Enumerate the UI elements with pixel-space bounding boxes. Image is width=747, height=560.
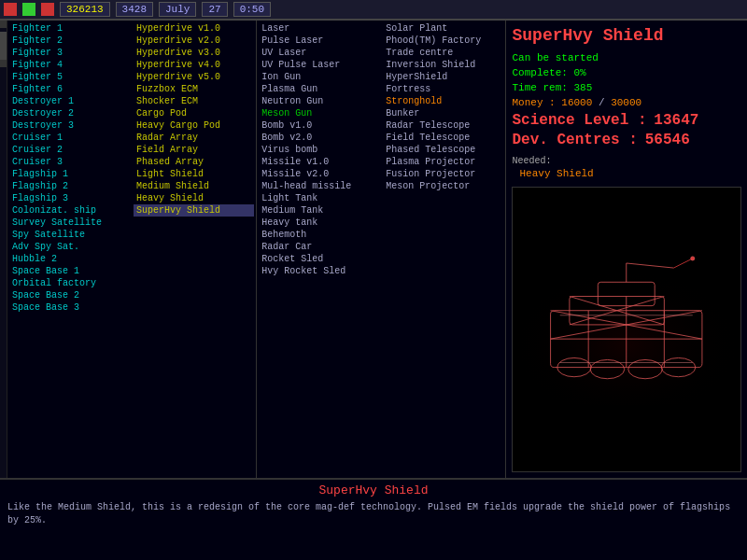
svg-rect-21 <box>513 254 740 405</box>
unit-item[interactable]: Destroyer 1 <box>9 95 130 107</box>
tech-item[interactable]: Heavy tank <box>259 217 379 229</box>
tech-list-panel: LaserPulse LaserUV LaserUV Pulse LaserIo… <box>257 21 506 478</box>
unit-item[interactable]: Space Base 1 <box>9 265 130 277</box>
tech-item[interactable]: Plasma Projector <box>383 156 503 168</box>
tech-item[interactable]: Field Telescope <box>383 132 503 144</box>
unit-item[interactable]: Fuzzbox ECM <box>134 83 254 95</box>
main-area: Fighter 1Fighter 2Fighter 3Fighter 4Figh… <box>0 21 747 478</box>
tech-item[interactable]: Behemoth <box>259 229 379 241</box>
tech-item[interactable]: Radar Telescope <box>383 119 503 132</box>
tech-item[interactable]: Ion Gun <box>259 71 379 83</box>
tech-item[interactable]: Hvy Rocket Sled <box>259 265 379 277</box>
tech-item[interactable]: Bomb v1.0 <box>259 119 379 132</box>
unit-item[interactable]: Destroyer 2 <box>9 107 130 119</box>
unit-item[interactable]: Hubble 2 <box>9 253 130 265</box>
science-row: Science Level : 13647 <box>512 112 741 129</box>
unit-item[interactable]: Radar Array <box>134 132 254 144</box>
info-title: SuperHvy Shield <box>512 26 741 45</box>
time-rem-row: Time rem: 385 <box>512 82 741 93</box>
tech-item[interactable]: Trade centre <box>383 47 503 59</box>
desc-text: Like the Medium Shield, this is a redesi… <box>7 501 740 527</box>
unit-item[interactable]: Fighter 5 <box>9 71 130 83</box>
tech-item[interactable]: Medium Tank <box>259 204 379 217</box>
unit-item[interactable]: Cruiser 1 <box>9 132 130 144</box>
unit-item[interactable]: Cargo Pod <box>134 107 254 119</box>
unit-item[interactable]: Heavy Cargo Pod <box>134 119 254 132</box>
unit-item[interactable]: Space Base 2 <box>9 289 130 301</box>
unit-item[interactable]: Shocker ECM <box>134 95 254 107</box>
tech-item[interactable]: UV Pulse Laser <box>259 59 379 71</box>
unit-item[interactable]: Cruiser 2 <box>9 144 130 156</box>
tech-item[interactable]: Radar Car <box>259 241 379 253</box>
status-icon-red2 <box>41 3 54 16</box>
tech-item[interactable]: Meson Projector <box>383 180 503 192</box>
unit-item[interactable]: Destroyer 3 <box>9 119 130 132</box>
unit-item[interactable]: Fighter 3 <box>9 47 130 59</box>
tech-item[interactable]: Bomb v2.0 <box>259 132 379 144</box>
unit-item[interactable]: Medium Shield <box>134 180 254 192</box>
unit-item[interactable]: SuperHvy Shield <box>134 204 254 217</box>
unit-item[interactable]: Spy Satellite <box>9 229 130 241</box>
tech-item[interactable]: Meson Gun <box>259 107 379 119</box>
unit-item[interactable]: Adv Spy Sat. <box>9 241 130 253</box>
left-scroll-bar[interactable] <box>0 21 7 478</box>
unit-item[interactable]: Hyperdrive v1.0 <box>134 22 254 35</box>
tech-item[interactable]: Plasma Gun <box>259 83 379 95</box>
unit-item[interactable]: Survey Satellite <box>9 217 130 229</box>
unit-item[interactable]: Heavy Shield <box>134 192 254 204</box>
scroll-down-arrow[interactable] <box>0 60 7 67</box>
tech-item[interactable]: Pulse Laser <box>259 35 379 47</box>
unit-item[interactable]: Hyperdrive v5.0 <box>134 71 254 83</box>
unit-item[interactable]: Fighter 4 <box>9 59 130 71</box>
unit-item[interactable]: Orbital factory <box>9 277 130 289</box>
tech-item[interactable]: Phood(TM) Factory <box>383 35 503 47</box>
dev-row: Dev. Centres : 56546 <box>512 132 741 148</box>
money-row: Money : 16000 / 30000 <box>512 97 741 108</box>
tech-col-2: Solar PlantPhood(TM) FactoryTrade centre… <box>381 21 505 478</box>
status-icon-red <box>4 3 17 16</box>
tech-item[interactable]: Mul-head missile <box>259 180 379 192</box>
unit-item[interactable]: Fighter 6 <box>9 83 130 95</box>
dev-value: 56546 <box>645 132 690 148</box>
unit-item[interactable]: Space Base 3 <box>9 301 130 314</box>
tech-item[interactable]: UV Laser <box>259 47 379 59</box>
unit-col-1: Fighter 1Fighter 2Fighter 3Fighter 4Figh… <box>7 21 132 478</box>
unit-item[interactable]: Fighter 1 <box>9 22 130 35</box>
unit-item[interactable]: Field Array <box>134 144 254 156</box>
scroll-thumb[interactable] <box>0 32 7 60</box>
tech-item[interactable]: Fusion Projector <box>383 168 503 180</box>
unit-item[interactable]: Hyperdrive v3.0 <box>134 47 254 59</box>
tech-col-1: LaserPulse LaserUV LaserUV Pulse LaserIo… <box>257 21 381 478</box>
scroll-up-arrow[interactable] <box>0 21 7 28</box>
tech-item[interactable]: Missile v1.0 <box>259 156 379 168</box>
tech-item[interactable]: HyperShield <box>383 71 503 83</box>
tech-item[interactable]: Laser <box>259 22 379 35</box>
tech-item[interactable]: Neutron Gun <box>259 95 379 107</box>
science-value: 13647 <box>654 112 698 129</box>
tech-item[interactable]: Phased Telescope <box>383 144 503 156</box>
unit-item[interactable]: Flagship 3 <box>9 192 130 204</box>
tech-item[interactable]: Solar Plant <box>383 22 503 35</box>
tech-list: LaserPulse LaserUV LaserUV Pulse LaserIo… <box>257 21 505 478</box>
tech-item[interactable]: Rocket Sled <box>259 253 379 265</box>
unit-item[interactable]: Hyperdrive v2.0 <box>134 35 254 47</box>
unit-item[interactable]: Flagship 2 <box>9 180 130 192</box>
unit-item[interactable]: Cruiser 3 <box>9 156 130 168</box>
tech-item[interactable]: Fortress <box>383 83 503 95</box>
top-bar: 326213 3428 July 27 0:50 <box>0 0 747 21</box>
tech-item[interactable]: Light Tank <box>259 192 379 204</box>
tech-item[interactable]: Stronghold <box>383 95 503 107</box>
tech-item[interactable]: Missile v2.0 <box>259 168 379 180</box>
unit-item[interactable]: Hyperdrive v4.0 <box>134 59 254 71</box>
unit-item[interactable]: Flagship 1 <box>9 168 130 180</box>
unit-item[interactable]: Light Shield <box>134 168 254 180</box>
tech-item[interactable]: Inversion Shield <box>383 59 503 71</box>
needed-value: Heavy Shield <box>519 168 741 179</box>
unit-item[interactable]: Colonizat. ship <box>9 204 130 217</box>
unit-item[interactable]: Fighter 2 <box>9 35 130 47</box>
tech-item[interactable]: Virus bomb <box>259 144 379 156</box>
complete-row: Complete: 0% <box>512 67 741 78</box>
unit-list-panel: Fighter 1Fighter 2Fighter 3Fighter 4Figh… <box>7 21 257 478</box>
unit-item[interactable]: Phased Array <box>134 156 254 168</box>
tech-item[interactable]: Bunker <box>383 107 503 119</box>
